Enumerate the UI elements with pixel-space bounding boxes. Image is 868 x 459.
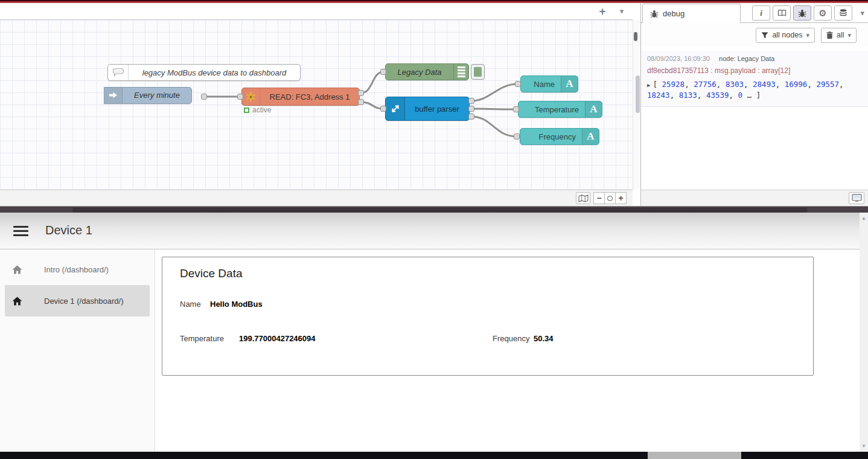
clear-messages-label: all (837, 31, 844, 39)
status-text: active (252, 106, 271, 114)
navigator-map-button[interactable] (576, 192, 590, 204)
wire[interactable] (471, 84, 518, 101)
nav-item-intro[interactable]: Intro (/dashboard/) (5, 254, 150, 285)
flow-canvas[interactable]: legacy ModBus device data to dashboard E… (0, 20, 633, 190)
comment-label: legacy ModBus device data to dashboard (129, 65, 300, 80)
clear-messages-button[interactable]: all ▾ (821, 28, 857, 43)
message-timestamp: 08/09/2023, 16:09:30 (647, 55, 710, 62)
editor-footer: − + (0, 190, 633, 206)
modbus-asterisk-icon (242, 88, 260, 105)
card-title: Device Data (180, 267, 243, 280)
inject-label: Every minute (123, 88, 191, 103)
output-port[interactable] (358, 90, 364, 96)
input-port[interactable] (237, 94, 243, 100)
menu-hamburger-button[interactable] (13, 226, 28, 236)
message-property-path: df8ecbd817357113 : msg.payload : array[1… (647, 66, 862, 75)
editor-vertical-scrollbar[interactable] (633, 20, 640, 190)
scroll-up-icon[interactable]: ▲ (860, 216, 868, 221)
ui-text-label: Name (521, 76, 561, 92)
buffer-parser-label: buffer parser (405, 97, 469, 120)
add-flow-button[interactable]: + (595, 4, 610, 19)
status-square-icon (244, 108, 249, 113)
device-data-card: Device Data Name Hello ModBus Temperatur… (162, 257, 814, 376)
wire[interactable] (471, 117, 517, 136)
input-port[interactable] (380, 106, 386, 112)
debug-node-legacy-data[interactable]: Legacy Data (385, 63, 469, 80)
zoom-controls: − + (594, 192, 627, 204)
tab-debug-label: debug (663, 9, 685, 18)
inject-node[interactable]: Every minute (104, 88, 115, 103)
name-label: Name (180, 300, 201, 309)
sidebar-tabbar: debug i ⚙ ▾ (641, 3, 868, 23)
filter-nodes-label: all nodes (772, 31, 802, 39)
context-data-tab-button[interactable] (834, 5, 852, 21)
horizontal-scrollbar-thumb[interactable] (648, 452, 741, 459)
home-icon (12, 265, 22, 274)
nav-item-label: Device 1 (/dashboard/) (44, 297, 124, 306)
caret-down-icon: ▾ (806, 31, 809, 39)
scrollbar-thumb[interactable] (636, 75, 640, 113)
ui-text-label: Frequency (520, 129, 582, 144)
debug-tab-button[interactable] (793, 5, 811, 21)
message-source-node: node: Legacy Data (719, 55, 774, 62)
dashboard-nav: Intro (/dashboard/) Device 1 (/dashboard… (0, 249, 155, 452)
ui-text-node-name[interactable]: Name A (520, 75, 578, 92)
zoom-out-button[interactable]: − (593, 192, 605, 204)
ui-text-node-frequency[interactable]: Frequency A (520, 128, 599, 145)
debug-payload-numbers: [ 25928, 27756, 8303, 28493, 16996, 2955… (647, 80, 844, 100)
home-icon (12, 297, 22, 306)
output-port[interactable] (468, 114, 474, 120)
ui-text-node-temperature[interactable]: Temperature A (518, 101, 602, 118)
screen: + ▾ legacy ModBus device data to dashboa… (0, 0, 868, 459)
frequency-label: Frequency (493, 334, 529, 343)
debug-messages-list: 08/09/2023, 16:09:30 node: Legacy Data d… (641, 47, 868, 190)
wire[interactable] (471, 109, 516, 109)
modbus-read-node[interactable]: READ: FC3, Address 1 (241, 88, 360, 106)
database-icon (839, 8, 847, 18)
nav-item-device-1[interactable]: Device 1 (/dashboard/) (5, 285, 150, 316)
expand-arrow-icon[interactable]: ▶ (647, 82, 650, 88)
ui-text-label: Temperature (519, 101, 585, 117)
info-tab-button[interactable]: i (752, 5, 770, 21)
nav-item-label: Intro (/dashboard/) (44, 265, 109, 274)
flows-menu-button[interactable]: ▾ (616, 5, 628, 18)
expand-arrows-icon (386, 97, 405, 120)
input-port[interactable] (513, 106, 519, 112)
book-icon (777, 9, 787, 17)
message-payload: ▶[ 25928, 27756, 8303, 28493, 16996, 295… (647, 79, 862, 101)
filter-nodes-button[interactable]: all nodes ▾ (756, 28, 815, 43)
output-port[interactable] (358, 99, 364, 105)
window-divider (0, 206, 868, 213)
scroll-down-icon[interactable]: ▼ (860, 443, 868, 449)
output-port[interactable] (468, 98, 474, 104)
zoom-reset-button[interactable] (604, 192, 616, 204)
output-port[interactable] (201, 94, 207, 100)
buffer-parser-node[interactable]: buffer parser (385, 97, 470, 121)
temperature-label: Temperature (180, 334, 224, 343)
modbus-label: READ: FC3, Address 1 (260, 88, 359, 105)
dashboard-scrollbar[interactable]: ▲ ▼ (860, 213, 868, 452)
bottom-scrollbar-track (0, 452, 868, 459)
help-tab-button[interactable] (773, 5, 791, 21)
tab-debug[interactable]: debug (642, 4, 741, 23)
zoom-in-button[interactable]: + (615, 192, 627, 204)
flow-tabbar: + ▾ (0, 3, 633, 20)
sidebar-menu-button[interactable]: ▾ (860, 8, 864, 18)
output-port[interactable] (468, 106, 474, 112)
input-port[interactable] (515, 81, 521, 87)
wire[interactable] (361, 72, 383, 93)
funnel-icon (761, 32, 768, 39)
sidebar-toolbar: i ⚙ (752, 5, 852, 21)
config-nodes-tab-button[interactable]: ⚙ (814, 5, 832, 21)
debug-enable-toggle[interactable] (471, 64, 485, 80)
comment-bubble-icon (108, 65, 129, 80)
input-port[interactable] (380, 69, 386, 75)
comment-node[interactable]: legacy ModBus device data to dashboard (107, 64, 301, 81)
input-port[interactable] (514, 133, 520, 140)
scrollbar-thumb[interactable] (634, 32, 637, 41)
text-widget-icon: A (561, 76, 578, 92)
debug-message: 08/09/2023, 16:09:30 node: Legacy Data d… (641, 51, 868, 107)
inject-node-body[interactable]: Every minute (104, 87, 192, 104)
open-debug-window-button[interactable] (849, 192, 864, 204)
debug-output-icon (453, 64, 468, 80)
